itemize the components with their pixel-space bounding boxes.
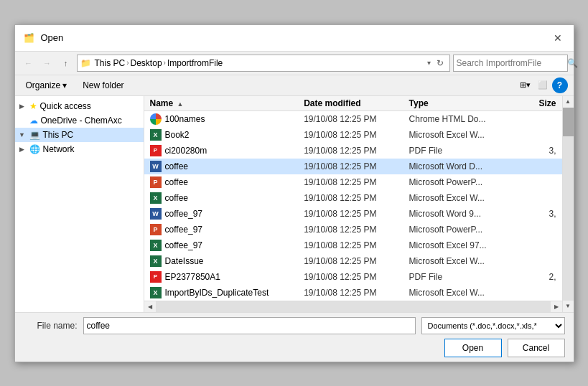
file-name-text: coffee [165,193,188,203]
file-date-cell: 19/10/08 12:25 PM [304,240,409,250]
scroll-track[interactable] [563,108,574,301]
refresh-button[interactable]: ↻ [434,57,447,70]
sidebar-item-quick-access[interactable]: ▶ ★ Quick access [15,99,144,113]
help-button[interactable]: ? [552,77,568,93]
table-row[interactable]: X Book2 19/10/08 12:25 PM Microsoft Exce… [144,127,562,143]
file-type-cell: Microsoft PowerP... [409,225,521,235]
search-box[interactable]: 🔍 [453,55,568,72]
pc-icon: 💻 [29,130,40,140]
table-row[interactable]: W coffee_97 19/10/08 12:25 PM Microsoft … [144,206,562,222]
excel-icon: X [150,192,162,204]
sidebar-label-this-pc: This PC [43,130,74,140]
col-header-type[interactable]: Type [409,98,521,108]
file-name-cell: P EP2377850A1 [150,271,304,283]
open-button[interactable]: Open [444,339,502,357]
organize-button[interactable]: Organize ▾ [21,78,73,93]
search-input[interactable] [457,58,564,68]
sidebar-item-network[interactable]: ▶ 🌐 Network [15,142,144,156]
file-name-text: coffee [165,177,188,187]
col-header-date[interactable]: Date modified [304,98,409,108]
file-name-cell: P ci200280m [150,145,304,156]
col-header-name[interactable]: Name ▲ [150,98,304,108]
table-row[interactable]: P ci200280m 19/10/08 12:25 PM PDF File 3… [144,143,562,159]
sidebar-label-network: Network [43,144,75,154]
table-row[interactable]: X coffee_97 19/10/08 12:25 PM Microsoft … [144,237,562,253]
scroll-left-arrow[interactable]: ◀ [144,301,156,312]
star-icon: ★ [29,101,37,111]
file-name-text: coffee [165,161,188,171]
scroll-down-arrow[interactable]: ▼ [562,301,574,312]
file-type-cell: PDF File [409,146,521,156]
file-name-cell: 100names [150,113,304,125]
ppt-icon: P [150,176,162,188]
excel-icon: X [150,129,162,141]
cloud-icon: ☁ [29,116,38,126]
file-size-cell: 2, [521,272,556,282]
cancel-button[interactable]: Cancel [508,339,565,357]
expand-icon-quick-access: ▶ [18,102,27,110]
table-row[interactable]: W coffee 19/10/08 12:25 PM Microsoft Wor… [144,159,562,174]
file-name-cell: X coffee [150,192,304,204]
file-name-text: 100names [165,114,205,124]
sidebar-item-this-pc[interactable]: ▼ 💻 This PC [15,128,144,142]
pdf-icon: P [150,271,162,283]
sidebar-item-onedrive[interactable]: ▶ ☁ OneDrive - ChemAxc [15,113,144,128]
filetype-select[interactable]: Documents (*.doc,*.docx,*.xls,* [421,317,565,334]
file-name-text: Book2 [165,130,190,140]
file-date-cell: 19/10/08 12:25 PM [304,256,409,266]
word-icon: W [150,208,162,220]
path-desktop: Desktop [131,58,162,68]
file-type-cell: Microsoft PowerP... [409,177,521,187]
table-row[interactable]: P coffee_97 19/10/08 12:25 PM Microsoft … [144,222,562,237]
excel-icon: X [150,240,162,251]
close-button[interactable]: ✕ [551,31,565,45]
table-row[interactable]: X ImportByIDs_DuplicateTest 19/10/08 12:… [144,285,562,301]
back-button[interactable]: ← [21,55,37,71]
file-size-cell: 3, [521,209,556,219]
expand-icon-this-pc: ▼ [18,131,27,139]
chrome-icon [150,113,162,125]
file-name-text: EP2377850A1 [165,272,220,282]
file-list: 100names 19/10/08 12:25 PM Chrome HTML D… [144,111,562,301]
action-row: Open Cancel [24,339,565,357]
table-row[interactable]: P coffee 19/10/08 12:25 PM Microsoft Pow… [144,174,562,190]
sidebar-label-onedrive: OneDrive - ChemAxc [41,116,122,126]
new-folder-button[interactable]: New folder [78,78,129,93]
file-date-cell: 19/10/08 12:25 PM [304,288,409,298]
file-date-cell: 19/10/08 12:25 PM [304,130,409,140]
view-list-button[interactable]: ⊞▾ [518,77,533,93]
path-sep-1: › [126,59,129,67]
table-row[interactable]: X coffee 19/10/08 12:25 PM Microsoft Exc… [144,190,562,206]
scroll-right-arrow[interactable]: ▶ [551,301,562,312]
col-header-size[interactable]: Size [521,98,556,108]
file-name-cell: X Book2 [150,129,304,141]
forward-button[interactable]: → [39,55,55,71]
dialog-icon: 🗂️ [24,32,35,44]
excel-icon: X [150,287,162,298]
file-name-cell: X coffee_97 [150,240,304,251]
up-button[interactable]: ↑ [58,55,74,71]
table-row[interactable]: X DateIssue 19/10/08 12:25 PM Microsoft … [144,253,562,269]
filename-input[interactable] [83,317,416,334]
network-icon: 🌐 [29,144,40,154]
ppt-icon: P [150,224,162,235]
vertical-scrollbar[interactable]: ▲ ▼ [562,96,574,312]
address-bar[interactable]: 📁 This PC › Desktop › ImportfromFile ▾ ↻ [77,55,450,72]
file-date-cell: 19/10/08 12:25 PM [304,193,409,203]
pdf-icon: P [150,145,162,156]
horizontal-scrollbar[interactable]: ◀ ▶ [144,301,562,312]
scroll-thumb[interactable] [563,108,574,136]
table-row[interactable]: P EP2377850A1 19/10/08 12:25 PM PDF File… [144,269,562,285]
scroll-track[interactable] [156,301,551,312]
table-row[interactable]: 100names 19/10/08 12:25 PM Chrome HTML D… [144,111,562,127]
word-icon: W [150,161,162,172]
open-dialog: 🗂️ Open ✕ ← → ↑ 📁 This PC › Desktop › Im… [14,24,574,362]
preview-pane-button[interactable]: ⬜ [535,77,551,93]
filename-label: File name: [24,321,78,331]
search-icon: 🔍 [567,58,578,68]
file-name-cell: X DateIssue [150,255,304,267]
scroll-up-arrow[interactable]: ▲ [562,96,574,108]
file-date-cell: 19/10/08 12:25 PM [304,114,409,124]
file-name-cell: P coffee_97 [150,224,304,235]
file-type-cell: Microsoft Word 9... [409,209,521,219]
